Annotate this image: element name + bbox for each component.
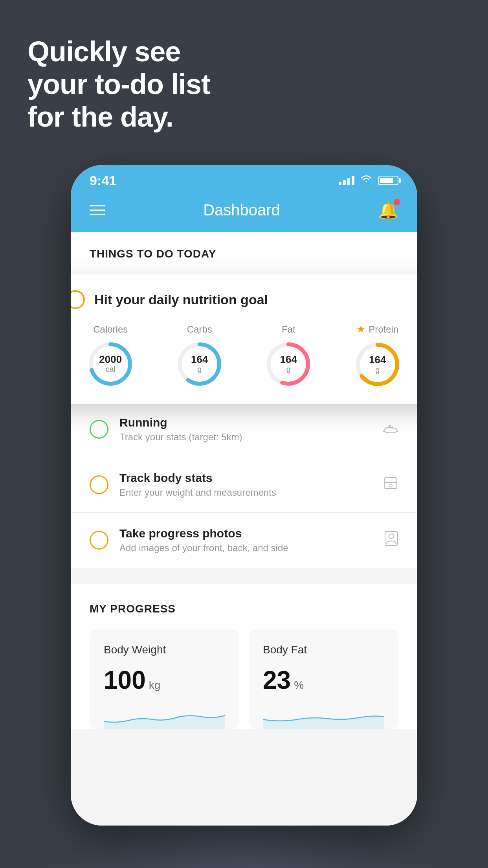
calories-unit: cal (99, 365, 122, 374)
body-weight-card[interactable]: Body Weight 100 kg (90, 629, 239, 729)
carbs-value: 164 (191, 354, 208, 365)
app-header: Dashboard 🔔 (71, 193, 417, 232)
running-subtitle: Track your stats (target: 5km) (119, 432, 372, 443)
body-fat-value-row: 23 % (263, 666, 384, 695)
nutrition-card-title: Hit your daily nutrition goal (94, 292, 268, 307)
scale-icon (383, 476, 398, 494)
progress-title: MY PROGRESS (90, 603, 398, 615)
wifi-icon (360, 174, 372, 187)
status-icons (339, 174, 398, 187)
photos-subtitle: Add images of your front, back, and side (119, 542, 373, 554)
headline-line2: your to-do list (28, 68, 210, 101)
fat-value: 164 (280, 354, 297, 365)
todo-item-photos[interactable]: Take progress photos Add images of your … (71, 513, 417, 568)
body-stats-subtitle: Enter your weight and measurements (119, 487, 372, 498)
body-weight-chart (104, 706, 225, 729)
headline-line1: Quickly see (28, 35, 210, 68)
headline-line3: for the day. (28, 101, 210, 133)
things-title: THINGS TO DO TODAY (90, 248, 398, 260)
carbs-unit: g (191, 365, 208, 374)
nutrition-item-protein: ★ Protein 164 g (354, 323, 401, 388)
running-title: Running (119, 416, 372, 429)
nutrition-item-fat: Fat 164 g (265, 324, 312, 388)
status-time: 9:41 (90, 173, 116, 188)
shoe-icon (383, 421, 398, 438)
headline: Quickly see your to-do list for the day. (28, 35, 210, 133)
signal-icon (339, 176, 354, 185)
calories-donut: 2000 cal (87, 340, 134, 388)
body-fat-chart (263, 706, 384, 729)
progress-section: MY PROGRESS Body Weight 100 kg (71, 584, 417, 729)
main-content: THINGS TO DO TODAY Hit your daily nutrit… (71, 232, 417, 826)
calories-value: 2000 (99, 354, 122, 365)
fat-unit: g (280, 365, 297, 374)
fat-label: Fat (282, 324, 295, 335)
body-weight-unit: kg (149, 679, 161, 691)
battery-icon (378, 176, 398, 185)
photos-circle (90, 531, 108, 550)
running-circle (90, 420, 108, 439)
calories-label: Calories (93, 324, 128, 335)
running-text: Running Track your stats (target: 5km) (119, 416, 372, 443)
fat-donut: 164 g (265, 340, 312, 388)
body-weight-value-row: 100 kg (104, 666, 225, 695)
carbs-donut: 164 g (176, 340, 223, 388)
nutrition-grid: Calories 2000 cal (71, 323, 417, 388)
card-header: Hit your daily nutrition goal (71, 290, 417, 309)
star-icon: ★ (356, 323, 365, 335)
photos-title: Take progress photos (119, 527, 373, 540)
body-weight-card-title: Body Weight (104, 644, 225, 656)
featured-nutrition-card[interactable]: Hit your daily nutrition goal Calories (71, 274, 417, 404)
body-fat-value: 23 (263, 666, 291, 695)
protein-donut: 164 g (354, 341, 401, 388)
header-title: Dashboard (203, 201, 280, 219)
carbs-label: Carbs (187, 324, 212, 335)
body-fat-unit: % (294, 679, 304, 691)
notification-dot (394, 199, 400, 205)
person-icon (384, 531, 398, 550)
body-stats-title: Track body stats (119, 471, 372, 485)
progress-cards: Body Weight 100 kg (90, 629, 398, 729)
things-section: THINGS TO DO TODAY Hit your daily nutrit… (71, 232, 417, 276)
bell-icon-wrap[interactable]: 🔔 (378, 200, 398, 220)
protein-label: ★ Protein (356, 323, 398, 335)
todo-list: Running Track your stats (target: 5km) (71, 402, 417, 568)
body-stats-text: Track body stats Enter your weight and m… (119, 471, 372, 498)
protein-unit: g (369, 366, 386, 375)
svg-point-12 (389, 534, 394, 539)
body-weight-value: 100 (104, 666, 146, 695)
hamburger-icon[interactable] (90, 205, 105, 215)
todo-item-body-stats[interactable]: Track body stats Enter your weight and m… (71, 457, 417, 513)
app-background: Quickly see your to-do list for the day.… (0, 0, 488, 868)
protein-value: 164 (369, 354, 386, 366)
body-fat-card-title: Body Fat (263, 644, 384, 656)
body-stats-circle (90, 475, 108, 494)
body-fat-card[interactable]: Body Fat 23 % (249, 629, 398, 729)
nutrition-item-carbs: Carbs 164 g (176, 324, 223, 388)
phone-frame: 9:41 (71, 165, 417, 826)
svg-point-10 (389, 484, 392, 487)
todo-item-running[interactable]: Running Track your stats (target: 5km) (71, 402, 417, 457)
nutrition-item-calories: Calories 2000 cal (87, 324, 134, 388)
photos-text: Take progress photos Add images of your … (119, 527, 373, 554)
status-bar: 9:41 (71, 165, 417, 193)
nutrition-circle-checkbox[interactable] (71, 290, 85, 309)
